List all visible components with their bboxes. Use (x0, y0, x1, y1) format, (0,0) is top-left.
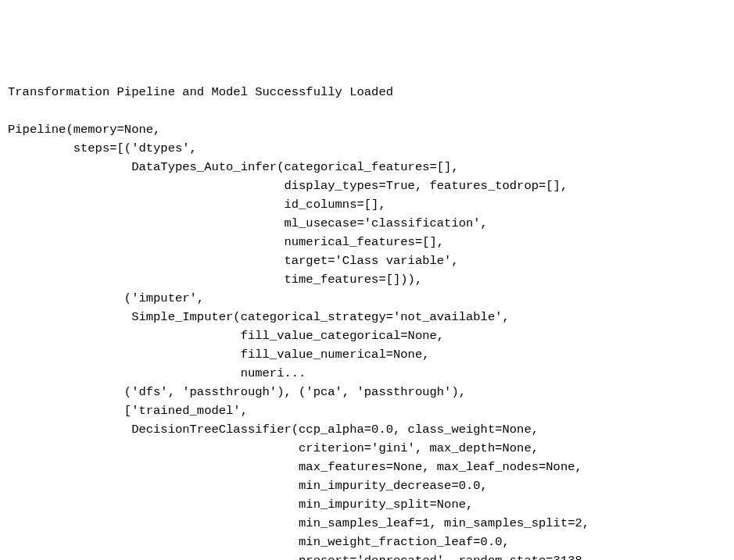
pipeline-line: min_impurity_split=None, (8, 498, 473, 512)
pipeline-line: ml_usecase='classification', (8, 216, 488, 230)
pipeline-line: target='Class variable', (8, 254, 459, 268)
pipeline-line: Simple_Imputer(categorical_strategy='not… (8, 310, 510, 324)
pipeline-line: ('dfs', 'passthrough'), ('pca', 'passthr… (8, 385, 466, 399)
pipeline-line: DecisionTreeClassifier(ccp_alpha=0.0, cl… (8, 423, 539, 437)
pipeline-line: max_features=None, max_leaf_nodes=None, (8, 460, 582, 474)
pipeline-line: Pipeline(memory=None, (8, 123, 160, 137)
pipeline-line: fill_value_categorical=None, (8, 329, 444, 343)
pipeline-line: criterion='gini', max_depth=None, (8, 441, 539, 455)
cell-output: Transformation Pipeline and Model Succes… (8, 83, 726, 560)
pipeline-line: display_types=True, features_todrop=[], (8, 179, 568, 193)
status-line: Transformation Pipeline and Model Succes… (8, 85, 393, 99)
pipeline-line: DataTypes_Auto_infer(categorical_feature… (8, 160, 459, 174)
pipeline-line: numerical_features=[], (8, 235, 444, 249)
pipeline-line: ('imputer', (8, 291, 204, 305)
pipeline-line: min_impurity_decrease=0.0, (8, 479, 488, 493)
pipeline-line: fill_value_numerical=None, (8, 348, 430, 362)
pipeline-line: ['trained_model', (8, 404, 248, 418)
pipeline-line: presort='deprecated', random_state=3138, (8, 554, 589, 560)
pipeline-line: steps=[('dtypes', (8, 141, 197, 155)
pipeline-line: time_features=[])), (8, 273, 422, 287)
pipeline-line: id_columns=[], (8, 198, 386, 212)
pipeline-line: min_samples_leaf=1, min_samples_split=2, (8, 516, 589, 530)
pipeline-line: min_weight_fraction_leaf=0.0, (8, 535, 510, 549)
pipeline-line: numeri... (8, 366, 306, 380)
